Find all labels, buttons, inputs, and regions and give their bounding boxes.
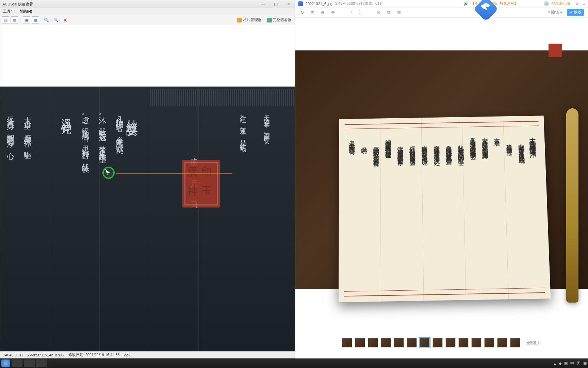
avatar-icon[interactable] bbox=[544, 1, 549, 6]
task-item[interactable] bbox=[24, 359, 35, 367]
menu-help[interactable]: 帮助(H) bbox=[18, 8, 33, 15]
cursor-highlight bbox=[102, 167, 115, 179]
paper-col-4: 玄元有始自赤明啟運黎土開宗制纂結繩 bbox=[479, 133, 492, 282]
tool-right-icon[interactable]: ▤ bbox=[11, 16, 18, 24]
prev-icon[interactable]: 〈 bbox=[348, 10, 353, 16]
rv-canvas[interactable]: 太上三洞法寶諸品經懺諸咒儀典序 蓋聞鴻濛未分含一眞于混沌繁極既 建揚衆妙于冲虛大… bbox=[295, 18, 588, 339]
paper-col-9: 梯級昭懸日月旋幹星辰造化得以運 bbox=[418, 134, 430, 283]
text-col-chi1: 持經訣要 bbox=[127, 110, 140, 345]
thumbnail[interactable] bbox=[420, 338, 430, 348]
right-viewer-window: 20221021_6.jpg 3.46M 5568*3712像素, 7/19 🔊… bbox=[295, 0, 588, 358]
acdsee-title: ACDSee 快速查看 bbox=[2, 2, 33, 7]
paper-col-11: 流演大教增廣善緣者也頤龍章鳳篆 bbox=[394, 134, 405, 283]
thumbnail[interactable] bbox=[381, 338, 391, 348]
next-icon[interactable]: 〉 bbox=[358, 10, 363, 16]
task-item[interactable] bbox=[12, 359, 22, 367]
acdsee-canvas[interactable]: 天之樂業。物阜民安。 金經。蓮奉。是序欽哉。 大明 月 日 持經訣要 凡持誦經者… bbox=[0, 25, 295, 352]
pin-icon[interactable]: ⊼ bbox=[576, 1, 578, 6]
paper-col-2: 建揚衆妙于冲虛 bbox=[503, 133, 517, 282]
letter-opener bbox=[566, 108, 578, 303]
thumbnail[interactable] bbox=[368, 338, 378, 348]
edit-button[interactable]: ✎编辑 ▾ bbox=[548, 10, 562, 15]
acdsee-window: ACDSee 快速查看 — ▢ ✕ 工具(T) 帮助(H) ▥ ▤ ▣ ▦ 🔍+… bbox=[0, 0, 295, 358]
thumbnail[interactable] bbox=[510, 338, 520, 348]
thumbnail[interactable] bbox=[407, 338, 417, 348]
delete-icon[interactable]: 🗑 bbox=[396, 10, 402, 15]
status-modified: 2021/11/19 16:44:38 bbox=[85, 353, 120, 357]
wood-background: 太上三洞法寶諸品經懺諸咒儀典序 蓋聞鴻濛未分含一眞于混沌繁極既 建揚衆妙于冲虛大… bbox=[295, 50, 588, 289]
status-filesize: 14648.9 KB bbox=[3, 353, 23, 357]
tray-ime[interactable]: 中 bbox=[570, 361, 574, 366]
rv-user[interactable]: 登录随心听 bbox=[552, 1, 570, 6]
thumbnail[interactable] bbox=[445, 338, 456, 348]
zoom-out-icon[interactable]: ⊖ bbox=[330, 10, 336, 15]
all-images-link[interactable]: 全部图片 bbox=[526, 340, 541, 346]
tool-nav2-icon[interactable]: ▦ bbox=[32, 16, 39, 24]
thumbnail[interactable] bbox=[484, 338, 494, 348]
photo-manager-button[interactable]: 相片管理器 bbox=[235, 17, 264, 23]
tray-up-icon[interactable]: ▴ bbox=[554, 361, 556, 366]
tray-kbd[interactable]: 囯 bbox=[577, 361, 581, 366]
decorative-border bbox=[150, 89, 295, 106]
minimize-button[interactable]: — bbox=[256, 0, 269, 8]
red-seal: 廣印神玉 bbox=[182, 160, 220, 208]
text-col-mu: 沐。嚴整衣冠。焚香正身端坐。 bbox=[94, 110, 108, 345]
tool-left-icon[interactable]: ▥ bbox=[2, 16, 9, 24]
thumbnail[interactable] bbox=[355, 338, 365, 348]
rv-imageinfo: 3.46M 5568*3712像素, 7/19 bbox=[335, 1, 381, 6]
tray-icon[interactable]: ◆ bbox=[559, 361, 561, 366]
red-stamp bbox=[549, 44, 562, 57]
scroll-image: 天之樂業。物阜民安。 金經。蓮奉。是序欽哉。 大明 月 日 持經訣要 凡持誦經者… bbox=[0, 87, 295, 352]
zoom-in-icon[interactable]: 🔍+ bbox=[44, 16, 51, 24]
menu-tools[interactable]: 工具(T) bbox=[2, 8, 17, 15]
paper-col-12: 神明密守其機緘而玉笈琅編塵世罕 bbox=[382, 135, 393, 284]
text-col-bao: 保命護身 智慧明淨 心 bbox=[2, 110, 16, 345]
task-item[interactable] bbox=[36, 359, 47, 367]
viewer-icon bbox=[267, 18, 272, 22]
rv-titlebar: 20221021_6.jpg 3.46M 5568*3712像素, 7/19 🔊… bbox=[295, 0, 588, 7]
taskbar: ▴ ◆ ▤ 中 囯 ▦ bbox=[0, 358, 588, 368]
paper-col-5: 天眞擁座而講法皇人按筆以書丹故洞玄 bbox=[467, 133, 479, 282]
acdsee-titlebar: ACDSee 快速查看 — ▢ ✕ bbox=[0, 0, 295, 8]
start-button[interactable] bbox=[1, 359, 10, 367]
tool-nav1-icon[interactable]: ▣ bbox=[23, 16, 30, 24]
thumbnail[interactable] bbox=[342, 338, 352, 348]
maximize-button[interactable]: ▢ bbox=[269, 0, 282, 8]
thumbnail[interactable] bbox=[497, 338, 507, 348]
paper-col-6: 化弘觀衆演眞乘于三洞闡妙道于五文 bbox=[455, 133, 467, 282]
paper-col-8: 章種種非一要皆濟世之津梁度人之 bbox=[430, 134, 442, 283]
paper-col-7: 之品經懺諸咒符籙之文具馬科簡篇 bbox=[442, 134, 455, 283]
app-logo-icon bbox=[298, 1, 303, 6]
scratch-button[interactable]: ✦抠图 bbox=[567, 9, 584, 16]
thumbnail[interactable] bbox=[458, 338, 469, 348]
menu-icon[interactable]: ≡ bbox=[583, 2, 585, 6]
system-tray[interactable]: ▴ ◆ ▤ 中 囯 ▦ bbox=[554, 361, 587, 366]
thumbnail[interactable] bbox=[432, 338, 443, 348]
thumbnail[interactable] bbox=[471, 338, 481, 348]
copy-icon[interactable]: ⧉ bbox=[386, 10, 391, 15]
rv-filename: 20221021_6.jpg bbox=[306, 2, 332, 6]
bird-logo-icon[interactable] bbox=[476, 0, 496, 19]
pencil-icon: ✎ bbox=[548, 10, 551, 15]
rv-filmstrip: 全部图片 bbox=[295, 336, 588, 350]
text-col-tai: 太上台星 應變無停 驅 bbox=[19, 110, 33, 345]
status-zoom: 22% bbox=[124, 353, 131, 357]
actual-size-icon[interactable]: ⊡ bbox=[310, 10, 315, 15]
paper-col-13: 資乎聞見于猴德以涼德充位俊宮自惟 bbox=[370, 135, 380, 284]
full-viewer-button[interactable]: 完整查看器 bbox=[265, 17, 294, 23]
save-icon[interactable]: ⎘ bbox=[376, 10, 381, 15]
zoom-out-icon[interactable]: 🔍- bbox=[53, 16, 60, 24]
close-image-icon[interactable]: ✕ bbox=[62, 16, 69, 24]
close-button[interactable]: ✕ bbox=[282, 0, 295, 8]
zoom-in-icon[interactable]: ⊕ bbox=[320, 10, 325, 15]
acdsee-statusbar: 14648.9 KB 5568x3712x24b JPEG 修改日期: 2021… bbox=[0, 351, 295, 358]
paper-col-15: 上天之丕眷深愧耽微荷 bbox=[345, 135, 355, 285]
status-dimensions: 5568x3712x24b JPEG bbox=[27, 353, 64, 357]
thumbnail[interactable] bbox=[394, 338, 404, 348]
tray-icon[interactable]: ▤ bbox=[564, 361, 568, 366]
text-col-tian: 天之樂業。物阜民安。 bbox=[258, 110, 271, 345]
paper-col-0: 太上三洞法寶諸品經懺諸咒儀典序 bbox=[527, 132, 542, 281]
rotate-icon[interactable]: ↻ bbox=[299, 10, 305, 15]
sound-icon[interactable]: 🔊 bbox=[463, 1, 468, 6]
tray-icon[interactable]: ▦ bbox=[583, 361, 587, 366]
